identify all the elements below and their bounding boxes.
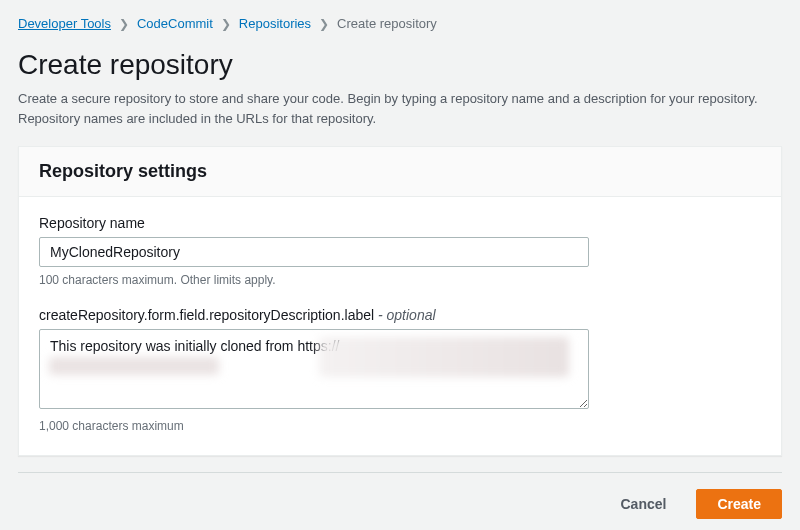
repository-settings-panel: Repository settings Repository name 100 …	[18, 146, 782, 456]
repository-name-hint: 100 characters maximum. Other limits app…	[39, 273, 761, 287]
chevron-right-icon: ❯	[319, 17, 329, 31]
panel-header: Repository settings	[19, 147, 781, 197]
repository-description-hint: 1,000 characters maximum	[39, 419, 761, 433]
breadcrumb: Developer Tools ❯ CodeCommit ❯ Repositor…	[18, 16, 782, 31]
repository-name-input[interactable]	[39, 237, 589, 267]
breadcrumb-repositories[interactable]: Repositories	[239, 16, 311, 31]
create-button[interactable]: Create	[696, 489, 782, 519]
breadcrumb-current: Create repository	[337, 16, 437, 31]
chevron-right-icon: ❯	[119, 17, 129, 31]
breadcrumb-codecommit[interactable]: CodeCommit	[137, 16, 213, 31]
optional-label: - optional	[374, 307, 435, 323]
page-description: Create a secure repository to store and …	[18, 89, 782, 128]
panel-title: Repository settings	[39, 161, 761, 182]
repository-name-label: Repository name	[39, 215, 761, 231]
chevron-right-icon: ❯	[221, 17, 231, 31]
footer-actions: Cancel Create	[18, 472, 782, 519]
breadcrumb-developer-tools[interactable]: Developer Tools	[18, 16, 111, 31]
repository-description-label-text: createRepository.form.field.repositoryDe…	[39, 307, 374, 323]
repository-description-textarea[interactable]	[39, 329, 589, 409]
page-title: Create repository	[18, 49, 782, 81]
cancel-button[interactable]: Cancel	[600, 489, 686, 519]
repository-description-label: createRepository.form.field.repositoryDe…	[39, 307, 761, 323]
